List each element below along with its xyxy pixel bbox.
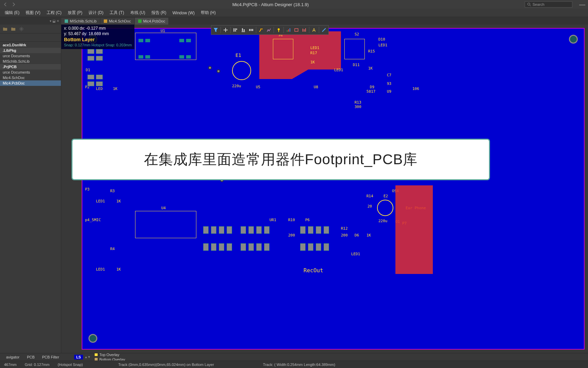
panel-pcb[interactable]: PCB (23, 354, 38, 360)
gear-icon[interactable] (19, 27, 24, 31)
silk-r13: R13 (355, 100, 361, 105)
status-track2: Track: ( Width:0.254mm Length:64.389mm) (263, 363, 335, 367)
svg-rect-9 (249, 29, 250, 31)
menu-report[interactable]: 报告 (R) (149, 9, 169, 16)
pad (145, 39, 150, 42)
menu-route[interactable]: 布线 (U) (128, 9, 148, 16)
caption-text: 在集成库里面造常用器件Footprint_PCB库 (86, 150, 475, 169)
plus-icon[interactable] (222, 26, 229, 34)
layer-swatch (94, 357, 98, 361)
panel-pcb-filter[interactable]: PCB Filter (39, 354, 63, 360)
menu-window[interactable]: Window (W) (170, 10, 197, 16)
menu-tools[interactable]: 工具 (T) (107, 9, 127, 16)
pcb-canvas[interactable]: U1 S1 S2 D10 LED1 LED1 R17 R15 1K D11 1K… (61, 25, 588, 353)
tree-srcdocs1[interactable]: urce Documents (0, 53, 61, 59)
layer-top-overlay[interactable]: Top Overlay (92, 353, 127, 357)
silk-d9: D9 (370, 85, 374, 89)
pad (96, 49, 103, 54)
status-coord: 467mm (4, 363, 17, 367)
rect-icon[interactable] (293, 26, 300, 34)
route-icon[interactable] (257, 26, 265, 34)
menu-project[interactable]: 工程 (C) (44, 9, 64, 16)
pad (211, 226, 216, 234)
tree-prjpcb[interactable]: .PrjPCB (0, 64, 61, 70)
svg-rect-16 (290, 28, 290, 32)
document-tabs: ▾ ⬓ ✕ MISchlib.SchLib Mic4.SchDoc Mic4.P… (0, 17, 588, 25)
menu-place[interactable]: 放置 (P) (65, 9, 85, 16)
tree-schlib[interactable]: MISchlib.SchLib (0, 59, 61, 64)
svg-rect-13 (278, 30, 279, 32)
silk-1k: 1K (116, 267, 121, 272)
folder2-icon[interactable] (11, 27, 16, 31)
tree-schdoc[interactable]: Mic4.SchDoc (0, 75, 61, 80)
silk-led1: LED1 (378, 43, 388, 47)
sidebar-toolbar (0, 25, 61, 33)
distribute-icon[interactable] (247, 26, 255, 34)
silk-1k: 1K (310, 60, 315, 64)
panel-navigator[interactable]: avigator (3, 354, 23, 360)
pad (138, 39, 143, 42)
silk-led1: LED1 (96, 267, 105, 272)
tab-schlib[interactable]: MISchlib.SchLib (61, 18, 100, 25)
menu-bar: 编辑 (E) 视图 (V) 工程 (C) 放置 (P) 设计 (D) 工具 (T… (0, 9, 588, 17)
silk-led1: LED1 (351, 252, 360, 256)
panel-controls[interactable]: ▾ ⬓ ✕ (0, 17, 61, 25)
pad (256, 226, 262, 234)
mounting-hole (88, 334, 97, 343)
silk-200: 200 (341, 233, 348, 237)
align-bottom-icon[interactable] (240, 26, 247, 34)
component-s2 (344, 39, 365, 59)
pad (316, 243, 321, 251)
pad (96, 81, 103, 86)
tab-pcbdoc[interactable]: Mic4.PcbDoc (135, 18, 169, 25)
tab-schdoc[interactable]: Mic4.SchDoc (100, 18, 135, 25)
text-icon[interactable]: A (310, 26, 318, 34)
silk-1k: 1K (366, 233, 371, 237)
layer-set-button[interactable]: LS (74, 355, 83, 359)
menu-design[interactable]: 设计 (D) (86, 9, 106, 16)
tree-workspace[interactable]: ace1.DsnWrk (0, 42, 61, 48)
silk-u4: U4 (161, 206, 166, 210)
route-m-icon[interactable] (265, 26, 273, 34)
silk-u5: U5 (256, 85, 260, 89)
silk-d10: D10 (378, 37, 385, 42)
silk-r12: R12 (341, 226, 348, 231)
bars-icon[interactable] (300, 26, 308, 34)
pad (179, 39, 184, 42)
pad (219, 226, 224, 234)
line-icon[interactable] (320, 26, 328, 34)
silk-led1: LED1 (334, 68, 343, 72)
silk-u8: U8 (314, 85, 318, 89)
pad (227, 243, 232, 251)
svg-point-2 (21, 28, 22, 30)
silk-led1: LED1 (96, 199, 105, 203)
tree-pcbdoc[interactable]: Mic4.PcbDoc (0, 80, 61, 86)
tree-libpkg[interactable]: .LibPkg (0, 48, 61, 53)
pad (241, 226, 246, 234)
silk-r14: R14 (366, 194, 373, 198)
silk-u1: U1 (161, 29, 165, 33)
svg-rect-7 (242, 28, 243, 31)
menu-help[interactable]: 帮助 (H) (198, 9, 218, 16)
forward-icon[interactable] (11, 2, 16, 7)
pad (138, 55, 143, 59)
pin-icon[interactable] (275, 26, 282, 34)
minimize-icon[interactable]: — (579, 1, 585, 8)
pad (186, 39, 191, 42)
layer-bottom-overlay[interactable]: Bottom Overlay (92, 357, 127, 361)
search-input[interactable]: Search (525, 1, 572, 7)
folder-icon[interactable] (3, 27, 7, 31)
active-bar: A (211, 25, 329, 35)
caption-overlay: 在集成库里面造常用器件Footprint_PCB库 (71, 139, 490, 180)
menu-edit[interactable]: 编辑 (E) (2, 9, 22, 16)
silk-u9: U9 (387, 89, 391, 94)
menu-view[interactable]: 视图 (V) (23, 9, 43, 16)
pad (308, 226, 313, 234)
chart-icon[interactable] (285, 26, 292, 34)
filter-icon[interactable] (212, 26, 219, 34)
tree-srcdocs2[interactable]: urce Documents (0, 70, 61, 75)
align-left-icon[interactable] (232, 26, 239, 34)
pad (227, 226, 232, 234)
silk-20: 20 (368, 204, 372, 209)
back-icon[interactable] (3, 2, 8, 7)
